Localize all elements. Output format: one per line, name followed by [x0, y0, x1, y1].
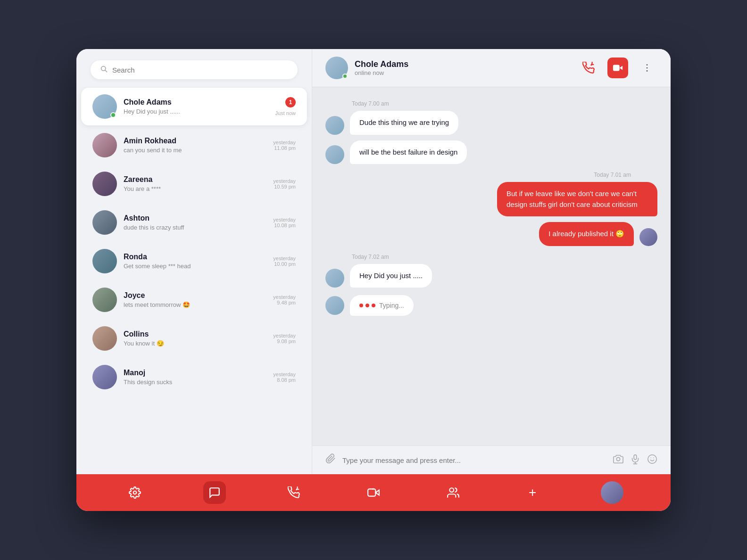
- nav-item-chat[interactable]: [175, 481, 255, 504]
- nav-item-group[interactable]: [413, 481, 493, 504]
- contact-item[interactable]: Ashton dude this is crazy stuff yesterda…: [81, 204, 307, 241]
- contact-avatar: [92, 210, 117, 235]
- message-timestamp-sent: Today 7.01 am: [594, 172, 657, 178]
- bubble-row-sent: I already published it 🙄: [539, 222, 657, 246]
- typing-row: Typing...: [325, 293, 657, 318]
- chat-header-actions: [578, 58, 657, 78]
- contact-time: yesterday10.00 pm: [273, 255, 296, 267]
- call-icon[interactable]: [282, 481, 305, 504]
- search-icon: [100, 65, 108, 74]
- chat-header-info: Chole Adams online now: [355, 59, 578, 76]
- svg-rect-14: [368, 489, 375, 496]
- typing-dot: [372, 304, 375, 307]
- contact-avatar: [92, 326, 117, 351]
- svg-line-1: [105, 70, 107, 72]
- message-timestamp: Today 7.00 am: [325, 100, 389, 107]
- message-bubble: Hey Did you just .....: [350, 264, 432, 288]
- contact-meta: yesterday8.08 pm: [273, 371, 296, 383]
- contact-name: Chole Adams: [124, 98, 271, 107]
- nav-item-video[interactable]: [334, 481, 414, 504]
- contact-info: Chole Adams Hey Did you just ......: [124, 98, 271, 115]
- nav-profile-avatar[interactable]: [601, 481, 623, 504]
- svg-point-16: [449, 488, 454, 492]
- contact-avatar-wrap: [92, 365, 117, 389]
- message-bubble-sent: I already published it 🙄: [539, 222, 634, 246]
- attach-button[interactable]: [325, 453, 336, 467]
- chat-header-name: Chole Adams: [355, 59, 578, 69]
- contact-meta: yesterday11.08 pm: [273, 140, 296, 151]
- bubble-row: Hey Did you just .....: [325, 264, 432, 288]
- video-call-button[interactable]: [607, 58, 628, 78]
- microphone-icon[interactable]: [630, 454, 640, 467]
- contact-avatar-wrap: [92, 288, 117, 312]
- contact-info: Ronda Get some sleep *** head: [124, 253, 268, 270]
- group-icon[interactable]: [442, 481, 465, 504]
- svg-point-5: [647, 70, 648, 72]
- contact-meta: yesterday9.08 pm: [273, 333, 296, 344]
- contact-name: Ronda: [124, 253, 268, 261]
- nav-item-profile[interactable]: [572, 481, 652, 504]
- contact-avatar-wrap: [92, 94, 117, 119]
- message-avatar: [325, 116, 344, 135]
- svg-point-6: [616, 457, 620, 461]
- contact-preview: You are a ****: [124, 185, 268, 192]
- contact-item[interactable]: Zareena You are a **** yesterday10.59 pm: [81, 165, 307, 203]
- contact-avatar: [92, 172, 117, 196]
- typing-dot: [359, 304, 363, 307]
- add-icon[interactable]: +: [521, 481, 544, 504]
- message-avatar: [325, 145, 344, 164]
- message-bubble: will be the best failure in design: [350, 140, 467, 165]
- contact-preview: Hey Did you just ......: [124, 108, 271, 115]
- search-box[interactable]: [91, 60, 298, 79]
- settings-icon[interactable]: [124, 481, 146, 504]
- camera-icon[interactable]: [613, 454, 623, 467]
- contact-item[interactable]: Manoj This design sucks yesterday8.08 pm: [81, 358, 307, 396]
- contact-avatar: [92, 133, 117, 157]
- contact-item[interactable]: Collins You know it 😏 yesterday9.08 pm: [81, 320, 307, 357]
- contact-name: Manoj: [124, 369, 268, 377]
- search-input[interactable]: [112, 66, 288, 74]
- contact-meta: yesterday9.48 pm: [273, 294, 296, 305]
- app-container: Chole Adams Hey Did you just ...... 1 Ju…: [76, 49, 671, 511]
- contact-name: Zareena: [124, 175, 268, 184]
- nav-item-add[interactable]: +: [493, 481, 573, 504]
- contact-item[interactable]: Joyce lets meet tommorrow 🤩 yesterday9.4…: [81, 281, 307, 319]
- chat-header: Chole Adams online now: [312, 49, 671, 87]
- contact-preview: This design sucks: [124, 379, 268, 386]
- contact-avatar-wrap: [92, 133, 117, 157]
- contact-avatar-wrap: [92, 210, 117, 235]
- chat-icon[interactable]: [203, 481, 226, 504]
- nav-item-call[interactable]: [254, 481, 334, 504]
- nav-item-settings[interactable]: [95, 481, 175, 504]
- voice-call-button[interactable]: [578, 58, 599, 78]
- typing-bubble: Typing...: [350, 295, 414, 316]
- message-row-sent: I already published it 🙄: [325, 222, 657, 246]
- contact-preview: can you send it to me: [124, 147, 268, 154]
- video-icon[interactable]: [362, 481, 385, 504]
- contact-item[interactable]: Amin Rokhead can you send it to me yeste…: [81, 126, 307, 164]
- main-area: Chole Adams Hey Did you just ...... 1 Ju…: [76, 49, 671, 474]
- chat-header-avatar-wrap: [325, 57, 348, 79]
- message-bubble-sent: But if we leave like we don't care we ca…: [497, 182, 657, 216]
- message-row-sent: Today 7.01 amBut if we leave like we don…: [325, 170, 657, 216]
- contact-item[interactable]: Ronda Get some sleep *** head yesterday1…: [81, 242, 307, 280]
- contact-item[interactable]: Chole Adams Hey Did you just ...... 1 Ju…: [81, 88, 307, 125]
- contact-avatar-wrap: [92, 172, 117, 196]
- more-options-button[interactable]: [637, 58, 657, 78]
- typing-dot: [365, 304, 369, 307]
- typing-dots: [359, 304, 375, 307]
- contact-time: yesterday10.08 pm: [273, 217, 296, 228]
- contact-meta: yesterday10.59 pm: [273, 178, 296, 189]
- svg-point-3: [647, 64, 648, 66]
- contact-meta: 1 Just now: [275, 97, 296, 116]
- svg-rect-7: [634, 454, 637, 459]
- message-row-received: Today 7.00 amDude this thing we are tryi…: [325, 99, 657, 135]
- bottom-nav: +: [76, 474, 671, 511]
- chat-header-online-dot: [342, 74, 348, 79]
- message-input[interactable]: [342, 456, 606, 464]
- chat-area: Chole Adams online now: [312, 49, 671, 474]
- emoji-icon[interactable]: [647, 454, 657, 467]
- bubble-row: Dude this thing we are trying: [325, 111, 458, 135]
- contact-list: Chole Adams Hey Did you just ...... 1 Ju…: [76, 87, 312, 474]
- contact-avatar-wrap: [92, 249, 117, 273]
